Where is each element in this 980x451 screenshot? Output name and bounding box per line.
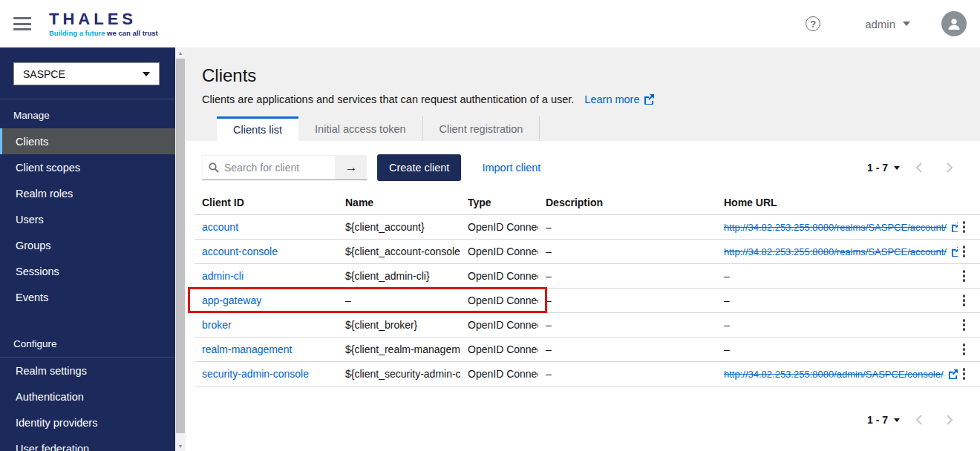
description-cell: –	[538, 246, 716, 257]
sidebar-item-clients[interactable]: Clients	[0, 128, 175, 154]
hamburger-menu-icon[interactable]	[13, 17, 31, 30]
sidebar-item-realm-roles[interactable]: Realm roles	[0, 180, 175, 206]
sidebar-scrollbar[interactable]: ▲ ▼	[175, 47, 186, 451]
main-content: Clients Clients are applications and ser…	[186, 47, 980, 451]
home-url-text: http://34.82.253.255:8080/realms/SASPCE/…	[724, 222, 947, 233]
client-id-cell: account	[195, 221, 338, 233]
tab-client-registration[interactable]: Client registration	[423, 116, 540, 141]
user-menu-dropdown[interactable]: admin	[865, 18, 910, 30]
description-cell: –	[538, 343, 716, 355]
toolbar: → Create client Import client 1 - 7	[186, 141, 980, 190]
scrollbar-up-arrow-icon[interactable]: ▲	[175, 47, 186, 58]
name-cell: ${client_account}	[338, 221, 460, 233]
name-cell: ${client_security-admin-c...	[338, 368, 460, 380]
client-id-link[interactable]: realm-management	[202, 343, 292, 355]
tab-initial-access-token[interactable]: Initial access token	[298, 116, 423, 141]
logo-brand-text: THALES	[49, 11, 158, 27]
type-cell: OpenID Connect	[460, 343, 538, 355]
help-icon[interactable]: ?	[806, 16, 820, 31]
chevron-down-icon	[894, 166, 900, 170]
scrollbar-thumb[interactable]	[176, 59, 185, 433]
tab-clients-list[interactable]: Clients list	[217, 116, 298, 141]
search-icon	[209, 162, 219, 173]
kebab-menu-icon[interactable]	[958, 340, 970, 358]
clients-table: Client IDNameTypeDescriptionHome URL acc…	[195, 190, 980, 386]
top-bar: THALES Building a future we can all trus…	[0, 0, 980, 47]
scrollbar-down-arrow-icon[interactable]: ▼	[175, 441, 186, 451]
search-box	[202, 155, 336, 180]
actions-cell	[958, 292, 980, 309]
realm-selector[interactable]: SASPCE	[13, 62, 160, 85]
import-client-link[interactable]: Import client	[482, 162, 540, 174]
pagination-next-button[interactable]	[937, 409, 962, 431]
chevron-down-icon	[894, 418, 900, 422]
page-title: Clients	[186, 47, 980, 86]
pagination-prev-button[interactable]	[906, 157, 931, 179]
home-url-cell: http://34.82.253.255:8080/realms/SASPCE/…	[716, 246, 958, 257]
table-row: admin-cli${client_admin-cli}OpenID Conne…	[195, 264, 980, 289]
realm-selector-value: SASPCE	[23, 68, 65, 80]
user-icon	[947, 16, 961, 31]
home-url-cell: –	[716, 343, 958, 355]
pagination-next-button[interactable]	[937, 157, 962, 179]
sidebar-item-sessions[interactable]: Sessions	[0, 258, 175, 284]
client-id-link[interactable]: account	[202, 221, 238, 233]
sidebar-item-events[interactable]: Events	[0, 284, 175, 310]
actions-cell	[958, 243, 980, 260]
external-link-icon	[644, 94, 654, 105]
client-id-cell: admin-cli	[195, 270, 338, 282]
sidebar-item-authentication[interactable]: Authentication	[0, 383, 175, 409]
home-url-cell: http://34.82.253.255:8080/admin/SASPCE/c…	[716, 368, 958, 380]
search-input[interactable]	[224, 162, 328, 174]
sidebar-item-groups[interactable]: Groups	[0, 232, 175, 258]
sidebar-item-identity-providers[interactable]: Identity providers	[0, 409, 175, 435]
sidebar-item-realm-settings[interactable]: Realm settings	[0, 358, 175, 383]
kebab-menu-icon[interactable]	[958, 316, 970, 334]
sidebar-item-client-scopes[interactable]: Client scopes	[0, 154, 175, 180]
actions-cell	[958, 365, 980, 383]
client-id-link[interactable]: broker	[202, 319, 232, 331]
kebab-menu-icon[interactable]	[958, 218, 970, 236]
search-submit-button[interactable]: →	[336, 155, 367, 180]
client-id-link[interactable]: account-console	[202, 246, 278, 257]
pagination-range-dropdown[interactable]: 1 - 7	[867, 162, 900, 174]
nav-section-label-manage: Manage	[0, 99, 175, 128]
create-client-button[interactable]: Create client	[377, 154, 461, 181]
kebab-menu-icon[interactable]	[958, 365, 970, 383]
client-id-cell: realm-management	[195, 343, 338, 355]
client-id-cell: app-gateway	[195, 294, 338, 306]
description-cell: –	[538, 368, 716, 380]
type-cell: OpenID Connect	[460, 368, 538, 380]
type-cell: OpenID Connect	[460, 246, 538, 257]
external-link-icon	[951, 247, 958, 257]
nav-section-label-configure: Configure	[0, 328, 175, 358]
user-menu-label: admin	[865, 18, 895, 30]
home-url-cell: http://34.82.253.255:8080/realms/SASPCE/…	[716, 221, 958, 233]
description-cell: –	[538, 221, 716, 233]
home-url-text: http://34.82.253.255:8080/realms/SASPCE/…	[724, 246, 947, 257]
home-url-link[interactable]: http://34.82.253.255:8080/realms/SASPCE/…	[724, 246, 958, 257]
sidebar-nav: ManageClientsClient scopesRealm rolesUse…	[0, 99, 175, 451]
client-id-link[interactable]: app-gateway	[202, 294, 261, 306]
client-id-link[interactable]: admin-cli	[202, 270, 244, 282]
sidebar-item-users[interactable]: Users	[0, 206, 175, 232]
type-cell: OpenID Connect	[460, 221, 538, 233]
kebab-menu-icon[interactable]	[958, 243, 970, 260]
table-row: security-admin-console${client_security-…	[195, 362, 980, 386]
home-url-link[interactable]: http://34.82.253.255:8080/admin/SASPCE/c…	[724, 369, 958, 380]
tab-bar: Clients listInitial access tokenClient r…	[186, 116, 980, 141]
pagination-prev-button[interactable]	[906, 409, 931, 431]
home-url-link[interactable]: http://34.82.253.255:8080/realms/SASPCE/…	[724, 222, 958, 233]
sidebar-item-user-federation[interactable]: User federation	[0, 435, 175, 451]
pagination-range-dropdown[interactable]: 1 - 7	[867, 414, 900, 426]
column-header-name: Name	[338, 197, 460, 208]
avatar[interactable]	[941, 11, 967, 36]
kebab-menu-icon[interactable]	[958, 292, 970, 309]
client-id-link[interactable]: security-admin-console	[202, 368, 309, 380]
column-header-description: Description	[538, 197, 716, 208]
kebab-menu-icon[interactable]	[958, 267, 970, 285]
actions-cell	[958, 316, 980, 334]
type-cell: OpenID Connect	[460, 270, 538, 282]
learn-more-link[interactable]: Learn more	[584, 93, 653, 105]
table-row: account${client_account}OpenID Connect–h…	[195, 215, 980, 240]
